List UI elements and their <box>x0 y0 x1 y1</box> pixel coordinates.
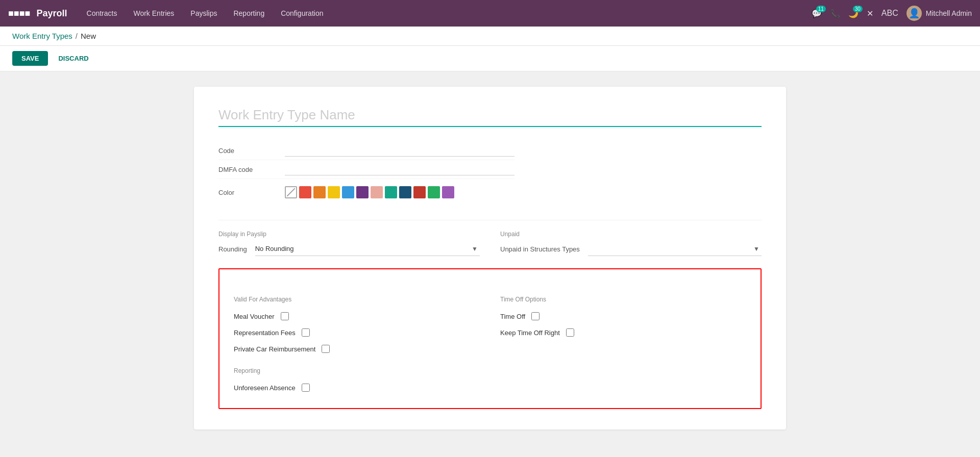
private-car-row: Private Car Reimbursement <box>234 341 480 357</box>
unpaid-group: Unpaid Unpaid in Structures Types ▼ <box>500 231 762 256</box>
breadcrumb: Work Entry Types / New <box>0 27 980 46</box>
breadcrumb-parent[interactable]: Work Entry Types <box>12 32 72 40</box>
time-off-section-title: Time Off Options <box>500 296 746 303</box>
keep-time-off-right-row: Keep Time Off Right <box>500 324 746 341</box>
keep-time-off-right-checkbox[interactable] <box>566 328 574 337</box>
nav-contracts[interactable]: Contracts <box>80 6 125 20</box>
rounding-label: Rounding <box>218 245 247 253</box>
user-menu[interactable]: 👤 Mitchell Admin <box>906 6 972 21</box>
reporting-section: Reporting Unforeseen Absence <box>234 367 480 396</box>
moon-icon[interactable]: 🌙 30 <box>848 9 859 18</box>
private-car-checkbox[interactable] <box>322 345 330 353</box>
nav-work-entries[interactable]: Work Entries <box>126 6 181 20</box>
breadcrumb-separator: / <box>76 32 78 40</box>
color-swatch-orange[interactable] <box>313 186 326 198</box>
code-input[interactable] <box>285 144 514 157</box>
breadcrumb-current: New <box>81 32 96 40</box>
nav-reporting[interactable]: Reporting <box>226 6 272 20</box>
color-swatch-yellow[interactable] <box>328 186 340 198</box>
color-swatch-darkblue[interactable] <box>399 186 411 198</box>
nav-payslips[interactable]: Payslips <box>183 6 224 20</box>
color-swatch-red[interactable] <box>299 186 311 198</box>
private-car-label: Private Car Reimbursement <box>234 345 315 353</box>
color-swatch-purple[interactable] <box>356 186 369 198</box>
nav-configuration[interactable]: Configuration <box>274 6 330 20</box>
color-swatch-violet[interactable] <box>442 186 454 198</box>
color-label: Color <box>218 189 275 196</box>
display-in-payslip-label: Display in Payslip <box>218 231 480 238</box>
topbar-right: 💬 11 📞 🌙 30 ✕ ABC 👤 Mitchell Admin <box>812 6 972 21</box>
time-off-checkbox[interactable] <box>531 312 540 320</box>
highlighted-section: Valid For Advantages Meal Voucher Repres… <box>218 268 762 409</box>
time-off-row: Time Off <box>500 308 746 324</box>
moon-count-badge: 30 <box>853 6 863 12</box>
unpaid-structures-select[interactable] <box>588 242 762 256</box>
advantages-section-title: Valid For Advantages <box>234 296 480 303</box>
two-col-section: Valid For Advantages Meal Voucher Repres… <box>234 294 746 396</box>
unforeseen-absence-label: Unforeseen Absence <box>234 384 296 392</box>
rounding-select[interactable]: No Rounding Half Day Day <box>255 242 480 256</box>
time-off-label: Time Off <box>500 313 525 320</box>
brand-name: Payroll <box>37 8 67 19</box>
color-picker <box>285 183 454 201</box>
close-icon[interactable]: ✕ <box>867 9 873 18</box>
meal-voucher-checkbox[interactable] <box>281 312 289 320</box>
user-avatar: 👤 <box>906 6 922 21</box>
time-off-section: Time Off Options Time Off Keep Time Off … <box>500 294 746 396</box>
meal-voucher-row: Meal Voucher <box>234 308 480 324</box>
top-navigation: ■■■■ Payroll Contracts Work Entries Pays… <box>0 0 980 27</box>
discard-button[interactable]: DISCARD <box>52 51 94 66</box>
representation-fees-label: Representation Fees <box>234 329 296 337</box>
apps-icon[interactable]: ■■■■ <box>8 8 31 19</box>
phone-icon[interactable]: 📞 <box>830 9 840 18</box>
representation-fees-checkbox[interactable] <box>302 328 310 337</box>
code-label: Code <box>218 147 275 155</box>
action-bar: SAVE DISCARD <box>0 46 980 71</box>
rounding-group: Display in Payslip Rounding No Rounding … <box>218 231 480 256</box>
color-swatch-green[interactable] <box>428 186 440 198</box>
color-swatch-none[interactable] <box>285 186 297 198</box>
messages-icon[interactable]: 💬 11 <box>812 9 822 18</box>
unpaid-structures-label: Unpaid in Structures Types <box>500 245 580 253</box>
color-swatch-teal[interactable] <box>385 186 397 198</box>
main-content: Code DMFA code Color <box>0 71 980 457</box>
color-swatch-darkred[interactable] <box>413 186 426 198</box>
reporting-section-title: Reporting <box>234 367 480 374</box>
advantages-section: Valid For Advantages Meal Voucher Repres… <box>234 294 480 396</box>
message-count-badge: 11 <box>816 6 826 12</box>
meal-voucher-label: Meal Voucher <box>234 313 275 320</box>
form-card: Code DMFA code Color <box>194 87 786 429</box>
color-swatch-salmon[interactable] <box>371 186 383 198</box>
unforeseen-absence-checkbox[interactable] <box>302 384 310 392</box>
unforeseen-absence-row: Unforeseen Absence <box>234 379 480 396</box>
color-swatch-blue[interactable] <box>342 186 354 198</box>
nav-menu: Contracts Work Entries Payslips Reportin… <box>80 6 812 20</box>
representation-fees-row: Representation Fees <box>234 324 480 341</box>
user-name: Mitchell Admin <box>926 9 972 17</box>
abc-icon[interactable]: ABC <box>881 9 898 18</box>
work-entry-type-name-input[interactable] <box>218 107 762 127</box>
unpaid-label: Unpaid <box>500 231 762 238</box>
dmfa-input[interactable] <box>285 163 514 175</box>
save-button[interactable]: SAVE <box>12 51 48 66</box>
dmfa-label: DMFA code <box>218 166 275 173</box>
keep-time-off-right-label: Keep Time Off Right <box>500 329 560 337</box>
